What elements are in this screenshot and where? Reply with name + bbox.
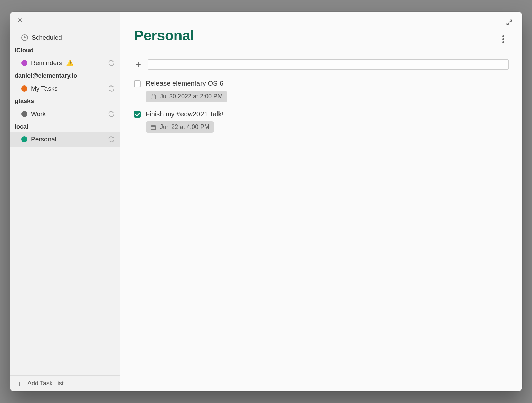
plus-icon: ＋ <box>16 379 23 389</box>
sync-icon[interactable] <box>107 59 115 67</box>
clock-icon <box>21 34 28 41</box>
add-task-list-button[interactable]: ＋ Add Task List… <box>10 375 120 391</box>
task-row: Finish my #edw2021 Talk! Jun 22 at 4:00 … <box>134 110 509 133</box>
sidebar-item-work[interactable]: Work <box>10 107 120 121</box>
task-top: Finish my #edw2021 Talk! <box>134 110 509 118</box>
task-date-label: Jun 22 at 4:00 PM <box>160 123 209 131</box>
calendar-icon <box>150 94 156 100</box>
list-color-dot <box>21 60 27 66</box>
list-label: My Tasks <box>31 85 58 92</box>
sidebar-item-scheduled[interactable]: Scheduled <box>10 31 120 45</box>
section-header-local: local <box>10 121 120 132</box>
task-date-chip[interactable]: Jul 30 2022 at 2:00 PM <box>146 91 227 102</box>
sidebar-item-my-tasks[interactable]: My Tasks <box>10 81 120 96</box>
header-actions <box>504 17 515 28</box>
new-task-input[interactable] <box>148 59 509 70</box>
main-panel: Personal ＋ Release elementary OS 6 <box>120 12 522 391</box>
list-color-dot <box>21 85 27 92</box>
task-checkbox[interactable] <box>134 80 141 87</box>
task-date-label: Jul 30 2022 at 2:00 PM <box>160 93 223 100</box>
add-task-button[interactable]: ＋ <box>134 58 141 70</box>
warning-icon: ⚠️ <box>66 59 74 67</box>
task-title[interactable]: Finish my #edw2021 Talk! <box>146 110 224 118</box>
app-window: Scheduled iCloud Reminders ⚠️ daniel@ele… <box>10 12 522 391</box>
sync-icon[interactable] <box>107 135 115 143</box>
section-header-gtasks: gtasks <box>10 96 120 107</box>
task-date-chip[interactable]: Jun 22 at 4:00 PM <box>146 121 214 133</box>
sidebar-content: Scheduled iCloud Reminders ⚠️ daniel@ele… <box>10 12 120 375</box>
svg-rect-1 <box>151 125 156 129</box>
dots-icon <box>502 35 504 37</box>
calendar-icon <box>150 124 156 130</box>
add-task-list-label: Add Task List… <box>27 380 70 387</box>
more-options-button[interactable] <box>498 34 509 44</box>
list-color-dot <box>21 136 27 142</box>
sync-icon[interactable] <box>107 110 115 118</box>
main-header: Personal <box>120 12 522 49</box>
task-checkbox[interactable] <box>134 111 141 118</box>
expand-icon <box>506 19 513 26</box>
task-row: Release elementary OS 6 Jul 30 2022 at 2… <box>134 80 509 102</box>
close-button[interactable] <box>16 16 24 24</box>
scheduled-label: Scheduled <box>32 34 62 41</box>
svg-rect-0 <box>151 95 156 99</box>
list-label: Work <box>31 110 46 118</box>
task-top: Release elementary OS 6 <box>134 80 509 88</box>
list-color-dot <box>21 111 27 117</box>
sync-icon[interactable] <box>107 84 115 93</box>
section-header-email: daniel@elementary.io <box>10 70 120 81</box>
task-title[interactable]: Release elementary OS 6 <box>146 80 223 88</box>
fullscreen-button[interactable] <box>504 17 515 28</box>
new-task-row: ＋ <box>120 58 522 70</box>
section-header-icloud: iCloud <box>10 45 120 56</box>
close-icon <box>17 18 23 23</box>
sidebar: Scheduled iCloud Reminders ⚠️ daniel@ele… <box>10 12 120 391</box>
task-list: Release elementary OS 6 Jul 30 2022 at 2… <box>120 70 522 142</box>
list-title: Personal <box>134 27 194 44</box>
sidebar-item-personal[interactable]: Personal <box>10 132 120 147</box>
sidebar-item-reminders[interactable]: Reminders ⚠️ <box>10 56 120 70</box>
list-label: Reminders <box>31 59 62 67</box>
list-label: Personal <box>31 136 56 143</box>
